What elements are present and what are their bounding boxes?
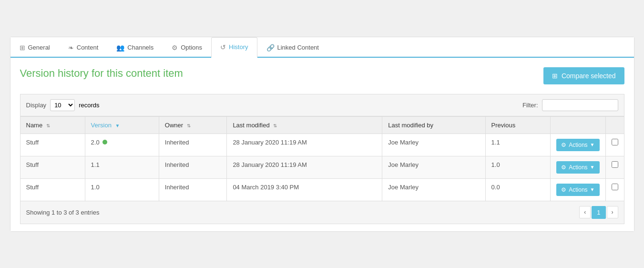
- cell-previous: 0.0: [485, 178, 551, 201]
- cell-version: 1.1: [85, 156, 159, 178]
- gear-icon: ⚙: [561, 186, 566, 193]
- history-icon: ↺: [220, 43, 226, 51]
- cell-name: Stuff: [20, 134, 85, 156]
- tab-history-label: History: [229, 43, 248, 51]
- header-row: Version history for this content item ⊞ …: [20, 67, 624, 84]
- version-number: 1.1: [91, 161, 100, 168]
- main-container: ⊞ General ❧ Content 👥 Channels ⚙ Options…: [10, 37, 634, 232]
- page-title: Version history for this content item: [20, 67, 183, 80]
- gear-icon: ⚙: [561, 164, 566, 171]
- cell-checkbox: [605, 178, 624, 201]
- display-label: Display: [26, 102, 47, 109]
- cell-previous: 1.1: [485, 134, 551, 156]
- cell-actions: ⚙ Actions ▼: [551, 134, 605, 156]
- table-controls: Display 10 25 50 100 records Filter:: [20, 94, 624, 116]
- pagination: ‹ 1 ›: [579, 206, 618, 219]
- cell-owner: Inherited: [159, 134, 227, 156]
- col-header-checkbox: [605, 116, 624, 134]
- owner-sort-icon: ⇅: [187, 123, 191, 128]
- filter-controls: Filter:: [522, 99, 618, 111]
- cell-name: Stuff: [20, 156, 85, 178]
- filter-label: Filter:: [522, 102, 538, 109]
- compare-selected-button[interactable]: ⊞ Compare selected: [543, 67, 624, 84]
- col-header-name[interactable]: Name ⇅: [20, 116, 85, 134]
- col-header-last-modified[interactable]: Last modified ⇅: [227, 116, 382, 134]
- tab-content[interactable]: ❧ Content: [59, 37, 108, 58]
- tab-general-label: General: [28, 44, 50, 51]
- table-row: Stuff1.0Inherited04 March 2019 3:40 PMJo…: [20, 178, 624, 201]
- name-sort-icon: ⇅: [46, 123, 50, 128]
- tab-options[interactable]: ⚙ Options: [163, 37, 211, 58]
- actions-button[interactable]: ⚙ Actions ▼: [556, 139, 599, 151]
- actions-button[interactable]: ⚙ Actions ▼: [556, 161, 599, 174]
- filter-input[interactable]: [542, 99, 618, 111]
- tab-general[interactable]: ⊞ General: [10, 37, 59, 58]
- col-header-owner[interactable]: Owner ⇅: [159, 116, 227, 134]
- content-area: Version history for this content item ⊞ …: [10, 58, 634, 231]
- content-icon: ❧: [68, 44, 74, 52]
- table-footer: Showing 1 to 3 of 3 entries ‹ 1 ›: [20, 201, 624, 224]
- cell-name: Stuff: [20, 178, 85, 201]
- tab-content-label: Content: [77, 44, 99, 51]
- caret-icon: ▼: [590, 142, 595, 147]
- table-row: Stuff2.0Inherited28 January 2020 11:19 A…: [20, 134, 624, 156]
- display-controls: Display 10 25 50 100 records: [26, 99, 100, 111]
- tab-channels-label: Channels: [127, 44, 153, 51]
- channels-icon: 👥: [116, 44, 124, 52]
- cell-actions: ⚙ Actions ▼: [551, 156, 605, 178]
- pagination-prev-button[interactable]: ‹: [579, 206, 591, 218]
- col-header-last-modified-by: Last modified by: [382, 116, 485, 134]
- caret-icon: ▼: [590, 187, 595, 192]
- cell-owner: Inherited: [159, 156, 227, 178]
- compare-selected-label: Compare selected: [562, 72, 616, 80]
- tab-channels[interactable]: 👥 Channels: [107, 37, 163, 58]
- col-header-version[interactable]: Version ▼: [85, 116, 159, 134]
- cell-last-modified-by: Joe Marley: [382, 178, 485, 201]
- cell-version: 2.0: [85, 134, 159, 156]
- version-number: 1.0: [91, 184, 100, 191]
- row-select-checkbox[interactable]: [612, 139, 618, 145]
- version-sort-label: Version: [91, 122, 112, 129]
- cell-last-modified-by: Joe Marley: [382, 156, 485, 178]
- cell-previous: 1.0: [485, 156, 551, 178]
- table-body: Stuff2.0Inherited28 January 2020 11:19 A…: [20, 134, 624, 201]
- cell-actions: ⚙ Actions ▼: [551, 178, 605, 201]
- version-history-table: Name ⇅ Version ▼ Owner ⇅ Last modified ⇅…: [20, 116, 624, 201]
- version-sort-icon: ▼: [115, 123, 120, 128]
- cell-last-modified: 28 January 2020 11:19 AM: [227, 156, 382, 178]
- cell-last-modified: 28 January 2020 11:19 AM: [227, 134, 382, 156]
- tab-options-label: Options: [181, 44, 202, 51]
- records-label: records: [79, 102, 99, 109]
- table-row: Stuff1.1Inherited28 January 2020 11:19 A…: [20, 156, 624, 178]
- cell-checkbox: [605, 156, 624, 178]
- showing-entries-text: Showing 1 to 3 of 3 entries: [26, 209, 100, 216]
- col-header-actions: [551, 116, 605, 134]
- options-icon: ⚙: [172, 44, 178, 52]
- cell-version: 1.0: [85, 178, 159, 201]
- tabs-bar: ⊞ General ❧ Content 👥 Channels ⚙ Options…: [10, 37, 634, 58]
- active-version-indicator: [102, 140, 107, 144]
- version-number: 2.0: [91, 139, 100, 146]
- compare-icon: ⊞: [552, 72, 558, 80]
- tab-linked-content-label: Linked Content: [277, 44, 319, 51]
- cell-checkbox: [605, 134, 624, 156]
- cell-owner: Inherited: [159, 178, 227, 201]
- actions-button[interactable]: ⚙ Actions ▼: [556, 184, 599, 196]
- pagination-page-1-button[interactable]: 1: [592, 206, 605, 219]
- cell-last-modified: 04 March 2019 3:40 PM: [227, 178, 382, 201]
- row-select-checkbox[interactable]: [612, 184, 618, 190]
- row-select-checkbox[interactable]: [612, 161, 618, 168]
- gear-icon: ⚙: [561, 142, 566, 148]
- records-per-page-select[interactable]: 10 25 50 100: [50, 99, 75, 111]
- col-header-previous: Previous: [485, 116, 551, 134]
- general-icon: ⊞: [20, 44, 25, 52]
- table-header-row: Name ⇅ Version ▼ Owner ⇅ Last modified ⇅…: [20, 116, 624, 134]
- linked-content-icon: 🔗: [266, 44, 275, 52]
- pagination-next-button[interactable]: ›: [607, 206, 618, 218]
- tab-linked-content[interactable]: 🔗 Linked Content: [257, 37, 328, 58]
- caret-icon: ▼: [590, 165, 595, 170]
- tab-history[interactable]: ↺ History: [211, 37, 257, 58]
- last-modified-sort-icon: ⇅: [273, 123, 277, 128]
- cell-last-modified-by: Joe Marley: [382, 134, 485, 156]
